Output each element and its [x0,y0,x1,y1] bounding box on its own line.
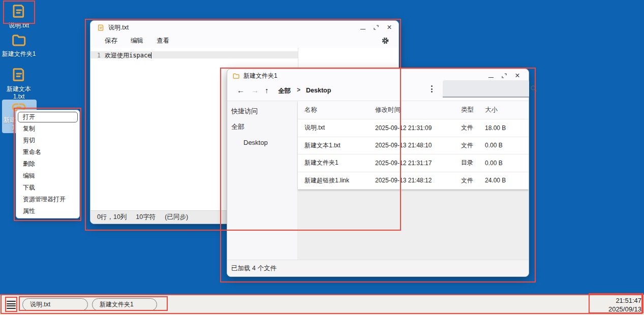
desktop-icon-label: 新建文件夹1 [0,50,38,58]
file-size: 0.00 B [485,160,503,167]
context-menu-item-open-in-explorer[interactable]: 资源管理器打开 [16,194,79,205]
taskbar: 说明.txt 新建文件夹1 21:51:47 2025/09/13 [0,295,644,315]
menu-view[interactable]: 查看 [157,37,169,45]
text-file-icon [11,3,27,20]
file-manager-sidebar: 快捷访问 全部 Desktop [227,101,298,260]
file-name: 新建文件夹1 [304,159,339,167]
file-type: 文件 [461,123,473,132]
file-size: 24.00 B [485,177,506,184]
context-menu-item-open[interactable]: 打开 [16,111,79,123]
context-menu-item-delete[interactable]: 删除 [16,158,79,170]
folder-icon [232,72,240,80]
file-modified: 2025-09-13 21:48:12 [375,177,432,184]
char-count: 10字符 [136,213,156,222]
task-label: 新建文件夹1 [100,300,134,309]
menu-edit[interactable]: 编辑 [131,37,143,45]
loaded-files-status: 已加载 4 个文件 [231,264,277,273]
folder-icon [11,32,27,48]
column-header-modified[interactable]: 修改时间 [375,106,401,114]
context-menu-item-edit[interactable]: 编辑 [16,170,79,182]
context-menu-item-download[interactable]: 下载 [16,182,79,194]
file-manager-body: 快捷访问 全部 Desktop 名称 修改时间 类型 大小 说明.txt 202… [227,101,529,260]
close-button[interactable]: × [385,23,393,32]
editor-menubar: 保存 编辑 查看 [90,34,398,48]
breadcrumb-current[interactable]: Desktop [306,87,331,94]
column-header-type[interactable]: 类型 [461,106,474,114]
file-name: 新建超链接1.link [304,176,349,185]
column-header-name[interactable]: 名称 [304,106,317,114]
text-file-icon [97,24,105,32]
search-box[interactable] [443,80,529,98]
table-header-row: 名称 修改时间 类型 大小 [298,101,529,119]
file-type: 目录 [461,159,473,167]
breadcrumb-root[interactable]: 全部 [278,87,291,96]
nav-back-arrow[interactable]: ← [237,86,244,94]
cursor-position: 0行，10列 [97,213,127,222]
table-row[interactable]: 说明.txt 2025-09-12 21:31:09 文件 18.00 B [298,119,529,137]
editor-line-text: 欢迎使用ispace [105,51,151,60]
desktop-icon-new-folder-1[interactable]: 新建文件夹1 [0,32,38,58]
start-menu-hamburger-icon[interactable] [7,300,16,310]
taskbar-clock: 21:51:47 2025/09/13 [608,296,641,313]
maximize-button[interactable] [372,23,380,32]
taskbar-task-file-manager[interactable]: 新建文件夹1 [92,298,157,311]
editor-window-title: 说明.txt [108,23,129,32]
context-menu-item-properties[interactable]: 属性 [16,205,79,217]
menu-save[interactable]: 保存 [105,37,117,45]
file-name: 说明.txt [304,123,325,132]
context-menu-item-rename[interactable]: 重命名 [16,146,79,158]
desktop-icon-shuoming-txt[interactable]: 说明.txt [0,3,38,29]
search-icon [530,84,538,92]
gear-icon [381,37,389,45]
file-modified: 2025-09-12 21:31:17 [375,160,432,167]
minimize-button[interactable] [487,72,495,80]
file-type: 文件 [461,176,473,185]
line-number: 1 [90,52,101,59]
maximize-button[interactable] [500,72,508,80]
desktop: 说明.txt 新建文件夹1 新建文本 1.txt 新建超链接 1.link [0,0,644,315]
minimize-button[interactable] [359,23,367,32]
file-type: 文件 [461,141,473,150]
text-caret [151,52,151,58]
search-input[interactable] [443,80,530,97]
expand-icon [373,24,379,30]
sidebar-header-quick-access: 快捷访问 [231,107,258,116]
desktop-icon-label: 新建文本 [0,85,38,93]
table-row[interactable]: 新建文件夹1 2025-09-12 21:31:17 目录 0.00 B [298,154,529,172]
context-menu-item-cut[interactable]: 剪切 [16,135,79,146]
clock-time: 21:51:47 [608,296,641,305]
file-name: 新建文本1.txt [304,141,341,150]
column-header-size[interactable]: 大小 [485,106,498,114]
close-button[interactable]: × [513,72,522,80]
file-size: 18.00 B [485,124,506,132]
file-modified: 2025-09-13 21:48:10 [375,142,432,149]
desktop-icon-label: 说明.txt [0,22,38,29]
task-label: 说明.txt [30,300,50,309]
file-modified: 2025-09-12 21:31:09 [375,124,432,132]
file-manager-window: 新建文件夹1 × ← → ↑ 全部 > Desktop [227,69,529,277]
expand-icon [501,73,507,79]
desktop-icon-label: 1.txt [0,93,38,101]
desktop-icon-new-text-1[interactable]: 新建文本 1.txt [0,66,38,101]
context-menu: 打开 复制 剪切 重命名 删除 编辑 下载 资源管理器打开 属性 [16,110,80,218]
text-file-icon [11,66,27,83]
taskbar-task-editor[interactable]: 说明.txt [22,298,88,311]
nav-forward-arrow[interactable]: → [251,86,259,94]
file-size: 0.00 B [485,142,503,149]
settings-gear-button[interactable] [381,37,389,45]
nav-up-arrow[interactable]: ↑ [265,86,269,94]
editor-titlebar[interactable]: 说明.txt × [90,21,398,34]
sidebar-item-all[interactable]: 全部 [231,122,244,132]
more-options-kebab-icon[interactable] [428,84,435,93]
table-row[interactable]: 新建超链接1.link 2025-09-13 21:48:12 文件 24.00… [298,172,529,190]
breadcrumb-separator-icon: > [297,86,300,93]
clock-date: 2025/09/13 [608,305,641,313]
file-table: 名称 修改时间 类型 大小 说明.txt 2025-09-12 21:31:09… [298,101,529,190]
sidebar-item-desktop[interactable]: Desktop [243,139,268,146]
file-manager-statusbar: 已加载 4 个文件 [227,260,529,276]
table-row[interactable]: 新建文本1.txt 2025-09-13 21:48:10 文件 0.00 B [298,137,529,155]
context-menu-item-copy[interactable]: 复制 [16,123,79,135]
file-manager-window-title: 新建文件夹1 [243,72,278,80]
sync-status: (已同步) [165,213,188,222]
